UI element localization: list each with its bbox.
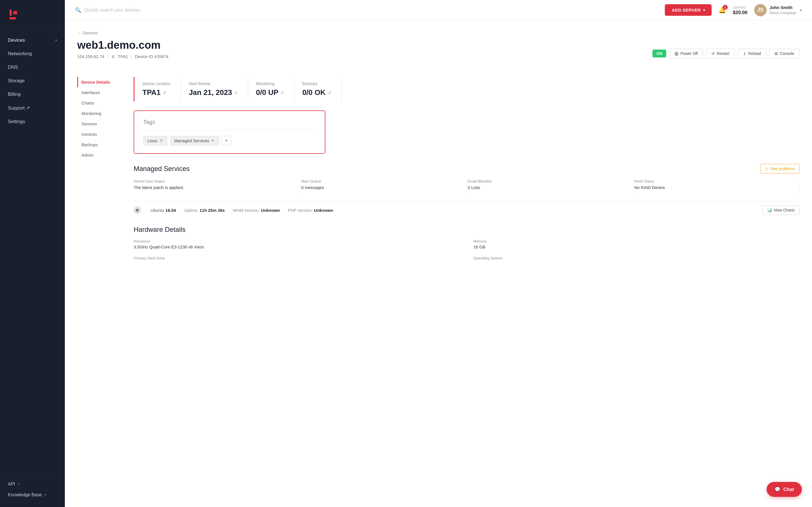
breadcrumb[interactable]: ← Devices xyxy=(77,31,800,35)
hardware-memory: Memory 16 GB xyxy=(473,239,800,249)
search-icon: 🔍 xyxy=(75,7,81,13)
expand-icon[interactable]: ⤢ xyxy=(328,91,331,95)
billing-info: UNPAID $20.00 xyxy=(733,5,748,15)
expand-icon[interactable]: ⤢ xyxy=(281,91,284,95)
managed-stats-grid: Kernel Care Status The latest patch is a… xyxy=(134,179,800,194)
device-header-row: web1.demo.com 104.156.62.74 | 🖥 TPA1 | D… xyxy=(77,39,800,68)
os-icon: ⚙ xyxy=(134,207,141,214)
search-area: 🔍 Quickly search your devices xyxy=(75,7,659,13)
tag-add-button[interactable]: + xyxy=(221,136,231,145)
hardware-title: Hardware Details xyxy=(134,226,186,233)
content-layout: Device Details Interfaces Charts Monitor… xyxy=(77,77,800,262)
reload-icon: ⤓ xyxy=(743,51,746,56)
stat-backups: Backups 0/0 OK ⤢ xyxy=(294,77,342,101)
main-area: 🔍 Quickly search your devices ADD SERVER… xyxy=(65,0,812,507)
bar-chart-icon: 📊 xyxy=(767,208,772,212)
breadcrumb-label: Devices xyxy=(83,31,98,35)
device-location: TPA1 xyxy=(118,54,128,59)
user-info: John Smith Demo Company xyxy=(769,4,796,15)
external-link-icon: ↗ xyxy=(43,493,47,497)
hardware-hdd: Primary Hard Drive xyxy=(134,256,460,262)
tags-title: Tags xyxy=(143,119,316,125)
status-badge: ON xyxy=(652,50,666,57)
avatar: JS xyxy=(754,4,767,16)
managed-stat-queue: Main Queue 0 messages xyxy=(300,179,467,194)
expand-icon[interactable]: ⤢ xyxy=(234,91,238,95)
reload-button[interactable]: ⤓ Reload xyxy=(738,49,766,58)
side-nav-admin[interactable]: Admin xyxy=(77,150,127,160)
os-name: Ubuntu 18.04 xyxy=(151,208,176,213)
stat-next-renew: Next Renew Jan 21, 2023 ⤢ xyxy=(181,77,248,101)
device-id: Device ID #20874 xyxy=(135,54,168,59)
hardware-processor: Processor 3.5GHz Quad-Core E3-1230 v6 Xe… xyxy=(134,239,460,249)
sidebar-item-storage[interactable]: Storage xyxy=(0,74,65,88)
tags-divider xyxy=(143,130,316,130)
device-meta-left: web1.demo.com 104.156.62.74 | 🖥 TPA1 | D… xyxy=(77,39,652,68)
tag-linux: Linux ✕ xyxy=(143,136,167,145)
side-nav-backups[interactable]: Backups xyxy=(77,139,127,150)
side-nav-invoices[interactable]: Invoices xyxy=(77,129,127,139)
header-right: ADD SERVER ▾ 🔔 1 UNPAID $20.00 JS John S… xyxy=(665,4,802,16)
power-off-button[interactable]: ⏻ Power Off xyxy=(669,49,703,58)
sidebar-item-billing[interactable]: Billing xyxy=(0,88,65,101)
whm-info: WHM Version: Unknown xyxy=(233,208,280,213)
sidebar-item-networking[interactable]: Networking xyxy=(0,47,65,61)
device-ip: 104.156.62.74 xyxy=(77,54,104,59)
add-server-button[interactable]: ADD SERVER ▾ xyxy=(665,4,712,16)
sidebar-knowledge-base-link[interactable]: Knowledge Base ↗ xyxy=(8,490,57,500)
tags-list: Linux ✕ Managed Services ✕ + xyxy=(143,136,316,145)
managed-stat-raid: RAID Status No RAID Device xyxy=(633,179,800,194)
chat-button[interactable]: 💬 Chat xyxy=(767,482,802,497)
side-nav-sensors[interactable]: Sensors xyxy=(77,119,127,129)
billing-label: UNPAID xyxy=(733,6,746,10)
sidebar-item-devices[interactable]: Devices ▾ xyxy=(0,34,65,47)
stats-row: Device Location TPA1 ⤢ Next Renew Jan 21… xyxy=(134,77,800,101)
back-arrow-icon: ← xyxy=(77,31,81,35)
page-content: ← Devices web1.demo.com 104.156.62.74 | … xyxy=(65,20,812,507)
notification-bell[interactable]: 🔔 1 xyxy=(718,6,726,14)
console-icon: ⊞ xyxy=(774,51,778,56)
restart-button[interactable]: ↺ Restart xyxy=(706,49,735,58)
sidebar-item-dns[interactable]: DNS xyxy=(0,61,65,74)
managed-services-title: Managed Services xyxy=(134,165,190,173)
side-nav-charts[interactable]: Charts xyxy=(77,98,127,108)
side-nav-device-details[interactable]: Device Details xyxy=(77,77,127,87)
server-icon: 🖥 xyxy=(111,54,115,59)
php-info: PHP Version: Unknown xyxy=(288,208,333,213)
warning-icon: ⚠ xyxy=(765,166,769,171)
managed-stat-kernelcare: Kernel Care Status The latest patch is a… xyxy=(134,179,300,194)
user-menu-chevron: ▾ xyxy=(800,8,802,12)
hardware-section: Hardware Details Processor 3.5GHz Quad-C… xyxy=(134,226,800,262)
managed-info-row: ⚙ Ubuntu 18.04 Uptime: 11h 25m 26s WHM V… xyxy=(134,201,800,219)
side-nav-interfaces[interactable]: Interfaces xyxy=(77,87,127,98)
see-problems-button[interactable]: ⚠ See problems xyxy=(760,164,800,173)
sidebar-item-settings[interactable]: Settings xyxy=(0,115,65,128)
tag-managed-services: Managed Services ✕ xyxy=(170,136,219,145)
tag-remove-managed-services[interactable]: ✕ xyxy=(211,138,214,143)
search-input[interactable]: Quickly search your devices xyxy=(84,8,140,13)
tag-remove-linux[interactable]: ✕ xyxy=(160,138,163,143)
stat-device-location: Device Location TPA1 ⤢ xyxy=(135,77,181,101)
managed-stat-email: Email Blacklist 0 Lists xyxy=(467,179,633,194)
sidebar-item-support[interactable]: Support ↗ xyxy=(0,101,65,115)
stat-monitoring: Monitoring 0/0 UP ⤢ xyxy=(248,77,295,101)
uptime-info: Uptime: 11h 25m 26s xyxy=(184,208,225,213)
sidebar-api-link[interactable]: API ↗ xyxy=(8,479,57,490)
chevron-down-icon: ▾ xyxy=(703,8,705,12)
user-name: John Smith xyxy=(769,4,796,10)
hardware-header: Hardware Details xyxy=(134,226,800,233)
hardware-grid: Processor 3.5GHz Quad-Core E3-1230 v6 Xe… xyxy=(134,239,800,262)
header: 🔍 Quickly search your devices ADD SERVER… xyxy=(65,0,812,20)
user-area[interactable]: JS John Smith Demo Company ▾ xyxy=(754,4,802,16)
sidebar-nav: Devices ▾ Networking DNS Storage Billing… xyxy=(0,29,65,473)
expand-icon[interactable]: ⤢ xyxy=(163,91,166,95)
device-actions: ON ⏻ Power Off ↺ Restart ⤓ Reload ⊞ Cons… xyxy=(652,49,800,58)
console-button[interactable]: ⊞ Console xyxy=(769,49,800,58)
sidebar-logo xyxy=(0,0,65,29)
chat-icon: 💬 xyxy=(774,487,780,492)
billing-amount: $20.00 xyxy=(733,10,748,15)
view-charts-button[interactable]: 📊 View Charts xyxy=(762,205,800,215)
side-nav-monitoring[interactable]: Monitoring xyxy=(77,108,127,119)
chevron-down-icon: ▾ xyxy=(55,38,57,42)
hardware-os: Operating System xyxy=(473,256,800,262)
